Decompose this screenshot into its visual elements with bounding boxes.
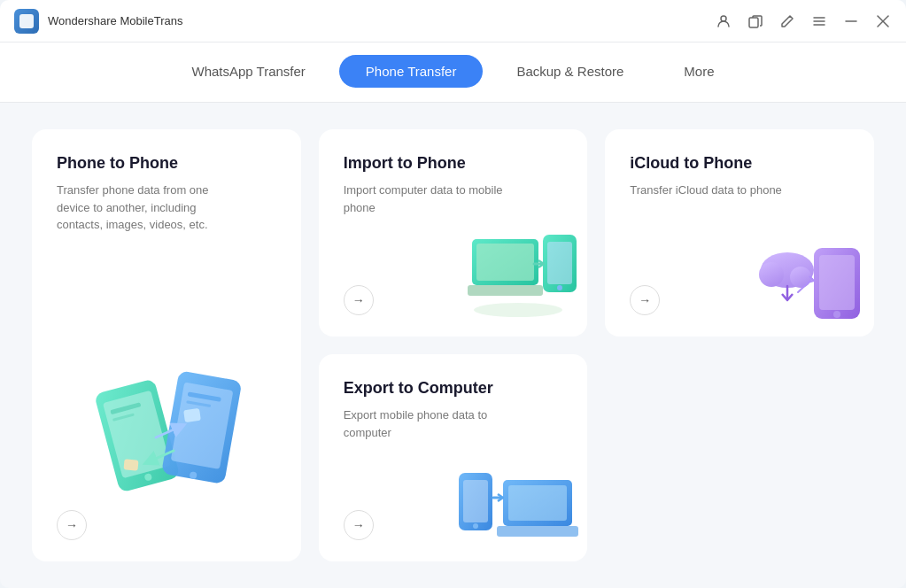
titlebar: Wondershare MobileTrans	[0, 0, 906, 43]
card-import-to-phone[interactable]: Import to Phone Import computer data to …	[319, 129, 588, 337]
duplicate-icon[interactable]	[747, 12, 764, 30]
card-phone-to-phone[interactable]: Phone to Phone Transfer phone data from …	[32, 129, 301, 561]
minimize-icon[interactable]	[842, 12, 860, 30]
import-illustration	[463, 221, 578, 319]
tab-more[interactable]: More	[657, 55, 740, 88]
tab-whatsapp[interactable]: WhatsApp Transfer	[165, 55, 331, 88]
window-controls	[715, 12, 892, 30]
phone-to-phone-illustration	[69, 358, 264, 508]
card-export-to-computer[interactable]: Export to Computer Export mobile phone d…	[319, 354, 588, 561]
app-logo	[14, 9, 39, 34]
card-phone-to-phone-desc: Transfer phone data from one device to a…	[57, 182, 234, 234]
svg-rect-22	[476, 244, 534, 281]
svg-point-29	[833, 311, 840, 318]
card-export-title: Export to Computer	[344, 379, 563, 398]
svg-point-31	[759, 262, 784, 287]
card-phone-to-phone-title: Phone to Phone	[57, 154, 276, 173]
main-content: Phone to Phone Transfer phone data from …	[0, 103, 906, 588]
menu-icon[interactable]	[810, 12, 828, 30]
svg-rect-25	[547, 242, 572, 284]
svg-rect-34	[463, 480, 488, 522]
svg-point-20	[474, 303, 562, 317]
svg-point-0	[721, 16, 726, 21]
svg-rect-38	[497, 526, 578, 537]
edit-icon[interactable]	[778, 12, 796, 30]
tab-backup[interactable]: Backup & Restore	[490, 55, 650, 88]
svg-point-32	[790, 267, 811, 288]
nav-tabs: WhatsApp Transfer Phone Transfer Backup …	[0, 43, 906, 103]
export-illustration	[454, 455, 578, 553]
close-icon[interactable]	[874, 12, 892, 30]
card-icloud-title: iCloud to Phone	[630, 154, 849, 173]
svg-rect-37	[508, 485, 567, 521]
card-export-desc: Export mobile phone data to computer	[344, 406, 521, 441]
svg-rect-19	[123, 459, 138, 470]
card-import-arrow[interactable]: →	[344, 285, 374, 315]
app-title: Wondershare MobileTrans	[48, 14, 715, 27]
card-export-arrow[interactable]: →	[344, 510, 374, 540]
svg-rect-23	[468, 285, 543, 296]
app-window: Wondershare MobileTrans	[0, 0, 906, 588]
icloud-illustration	[752, 226, 867, 323]
card-icloud-to-phone[interactable]: iCloud to Phone Transfer iCloud data to …	[605, 129, 874, 337]
card-icloud-arrow[interactable]: →	[630, 285, 660, 315]
svg-rect-28	[819, 255, 855, 310]
svg-point-26	[557, 285, 562, 290]
cards-grid: Phone to Phone Transfer phone data from …	[32, 129, 874, 561]
account-icon[interactable]	[715, 12, 732, 30]
svg-rect-18	[183, 408, 201, 422]
card-import-title: Import to Phone	[344, 154, 563, 173]
card-phone-to-phone-arrow[interactable]: →	[57, 510, 87, 540]
tab-phone[interactable]: Phone Transfer	[339, 55, 484, 88]
svg-rect-1	[749, 18, 758, 27]
card-import-desc: Import computer data to mobile phone	[344, 182, 521, 216]
svg-point-35	[473, 523, 478, 529]
card-icloud-desc: Transfer iCloud data to phone	[630, 182, 807, 199]
